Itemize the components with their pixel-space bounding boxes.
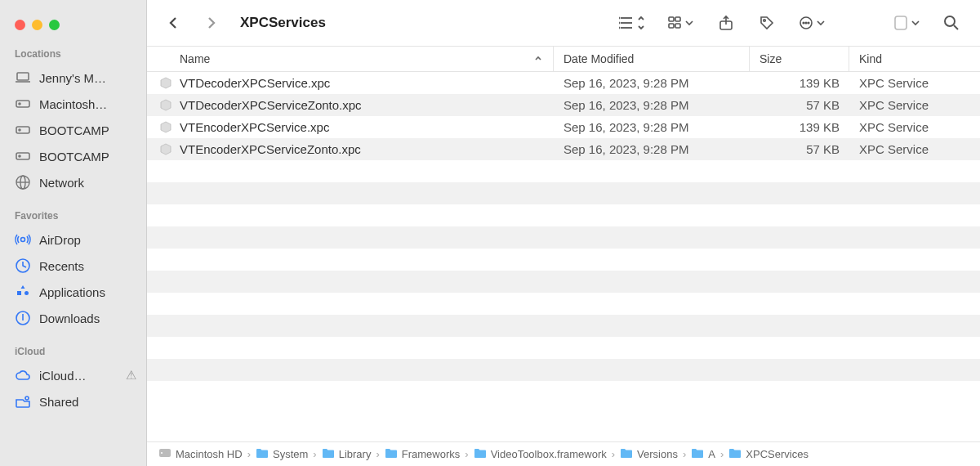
column-date[interactable]: Date Modified <box>554 47 750 71</box>
column-kind-label: Kind <box>859 52 882 65</box>
svg-point-3 <box>19 103 20 105</box>
empty-row <box>147 271 980 293</box>
column-name-label: Name <box>180 52 210 65</box>
share-button[interactable] <box>712 11 740 35</box>
sidebar-item[interactable]: BOOTCAMP <box>0 117 146 143</box>
sidebar-item[interactable]: Downloads <box>0 305 146 331</box>
group-toggle[interactable] <box>663 11 699 35</box>
empty-row <box>147 381 980 403</box>
breadcrumb-item[interactable]: Frameworks <box>385 447 461 461</box>
sidebar-item[interactable]: iCloud… ⚠︎ <box>0 362 146 388</box>
breadcrumb-item[interactable]: Macintosh HD <box>158 447 243 461</box>
sidebar-item-label: Jenny's M… <box>39 71 136 85</box>
breadcrumb-item[interactable]: System <box>256 447 308 461</box>
sidebar-item[interactable]: Macintosh… <box>0 91 146 117</box>
empty-row <box>147 204 980 226</box>
tags-button[interactable] <box>753 11 781 35</box>
pathbar: Macintosh HD › System › Library › Framew… <box>147 441 980 466</box>
view-list-toggle[interactable] <box>614 11 650 35</box>
chevron-right-icon: › <box>463 448 470 460</box>
breadcrumb-item[interactable]: XPCServices <box>728 447 808 461</box>
breadcrumb-item[interactable]: Library <box>322 447 372 461</box>
sidebar-item[interactable]: Applications <box>0 279 146 305</box>
breadcrumb-item[interactable]: A <box>691 447 715 461</box>
sidebar-section-title: Locations <box>0 48 146 65</box>
sidebar-item-label: Downloads <box>39 311 136 325</box>
column-size[interactable]: Size <box>750 47 849 71</box>
folder-icon <box>728 447 742 461</box>
breadcrumb-label: System <box>273 448 308 460</box>
xpc-icon <box>158 76 173 91</box>
file-kind: XPC Service <box>849 142 980 156</box>
svg-rect-23 <box>669 24 674 28</box>
file-size: 57 KB <box>750 98 849 112</box>
sidebar-item-label: Recents <box>39 259 136 273</box>
file-name: VTEncoderXPCService.xpc <box>180 120 329 134</box>
file-kind: XPC Service <box>849 76 980 90</box>
apps-icon <box>15 284 31 300</box>
svg-rect-24 <box>675 24 680 28</box>
folder-icon <box>474 447 487 461</box>
sidebar-item-label: BOOTCAMP <box>39 123 136 137</box>
breadcrumb-item[interactable]: Versions <box>620 447 678 461</box>
sidebar-item[interactable]: Recents <box>0 253 146 279</box>
folder-icon <box>385 447 398 461</box>
minimize-button[interactable] <box>32 20 42 30</box>
search-button[interactable] <box>938 11 965 35</box>
chevron-right-icon: › <box>681 448 688 460</box>
hdd-icon <box>15 96 31 112</box>
sidebar-item-label: Network <box>39 176 136 190</box>
xpc-icon <box>158 142 173 157</box>
svg-point-28 <box>803 22 804 24</box>
folder-icon <box>256 447 269 461</box>
breadcrumb-item[interactable]: VideoToolbox.framework <box>474 447 607 461</box>
sidebar-item-label: Applications <box>39 285 136 299</box>
sidebar: Locations Jenny's M… Macintosh… BOOTCAMP… <box>0 0 147 466</box>
file-size: 139 KB <box>750 120 849 134</box>
svg-point-29 <box>805 22 807 24</box>
file-row[interactable]: VTDecoderXPCServiceZonto.xpc Sep 16, 202… <box>147 94 980 116</box>
file-row[interactable]: VTEncoderXPCServiceZonto.xpc Sep 16, 202… <box>147 138 980 160</box>
close-button[interactable] <box>15 20 25 30</box>
svg-point-35 <box>161 452 163 454</box>
folder-icon <box>620 447 633 461</box>
sidebar-section-title: Favorites <box>0 210 146 226</box>
back-button[interactable] <box>162 11 186 35</box>
sidebar-item[interactable]: BOOTCAMP <box>0 143 146 169</box>
breadcrumb-label: Library <box>339 448 372 460</box>
column-name[interactable]: Name <box>147 47 554 71</box>
empty-row <box>147 226 980 249</box>
window-title: XPCServices <box>240 15 326 31</box>
column-kind[interactable]: Kind <box>849 47 980 71</box>
empty-row <box>147 182 980 204</box>
column-headers: Name Date Modified Size Kind <box>147 46 980 72</box>
svg-rect-0 <box>17 73 29 80</box>
svg-point-32 <box>945 16 955 26</box>
svg-point-19 <box>619 23 620 24</box>
empty-row <box>147 249 980 271</box>
sidebar-item[interactable]: Network <box>0 169 146 195</box>
info-button[interactable] <box>889 11 924 35</box>
svg-rect-21 <box>669 17 674 21</box>
maximize-button[interactable] <box>49 20 60 30</box>
svg-point-5 <box>19 129 20 131</box>
hdd-icon <box>15 148 31 164</box>
sidebar-item[interactable]: AirDrop <box>0 226 146 253</box>
forward-button[interactable] <box>199 11 224 35</box>
file-row[interactable]: VTDecoderXPCService.xpc Sep 16, 2023, 9:… <box>147 72 980 94</box>
breadcrumb-label: Versions <box>637 448 678 460</box>
airdrop-icon <box>15 231 31 248</box>
breadcrumb-label: A <box>708 448 715 460</box>
file-date: Sep 16, 2023, 9:28 PM <box>554 76 750 90</box>
download-icon <box>15 310 31 326</box>
empty-row <box>147 359 980 381</box>
empty-row <box>147 293 980 315</box>
file-row[interactable]: VTEncoderXPCService.xpc Sep 16, 2023, 9:… <box>147 116 980 138</box>
actions-button[interactable] <box>794 11 830 35</box>
sidebar-item[interactable]: Jenny's M… <box>0 65 146 91</box>
folder-icon <box>322 447 335 461</box>
disk-icon <box>158 447 172 461</box>
shared-icon <box>15 393 31 410</box>
column-date-label: Date Modified <box>564 52 634 65</box>
sidebar-item[interactable]: Shared <box>0 388 146 414</box>
